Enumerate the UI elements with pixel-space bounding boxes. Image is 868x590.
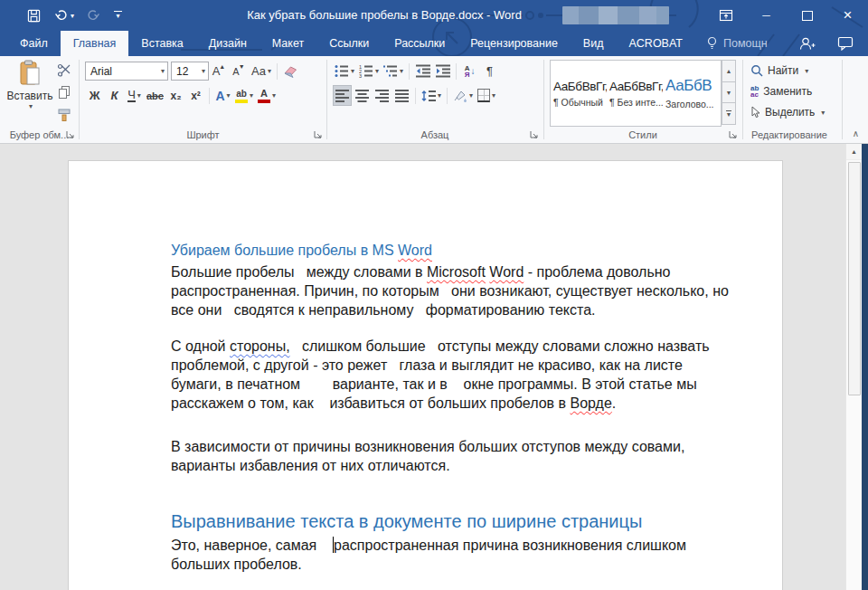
format-painter-button[interactable]	[54, 105, 73, 125]
maximize-button[interactable]	[787, 0, 827, 31]
tell-me-helper[interactable]: Помощн	[695, 31, 778, 56]
borders-button[interactable]: ▾	[476, 85, 497, 106]
shrink-font-button[interactable]: А▼	[230, 61, 249, 81]
italic-button[interactable]: К	[105, 85, 124, 106]
styles-scroll-down-icon[interactable]: ▼	[722, 82, 736, 104]
ribbon-tab-5[interactable]: Ссылки	[316, 31, 382, 56]
share-person-icon[interactable]	[798, 36, 816, 52]
svg-text:3: 3	[359, 73, 362, 79]
clipboard-dialog-launcher-icon[interactable]	[65, 129, 76, 140]
font-color-button[interactable]: А▾	[256, 85, 278, 106]
sort-button[interactable]: АЯ ↓	[460, 61, 479, 81]
helper-label: Помощн	[723, 37, 768, 50]
strikethrough-button[interactable]: abc	[145, 85, 165, 106]
font-family-dropdown-icon: ▾	[161, 67, 165, 75]
close-button[interactable]: ×	[827, 0, 868, 31]
increase-indent-button[interactable]	[433, 61, 452, 81]
search-icon	[750, 64, 763, 77]
tabrow-right-icons	[798, 31, 868, 56]
doc-line: расскажем о том, как избавиться от больш…	[171, 394, 750, 413]
font-size-combo[interactable]: 12 ▾	[171, 62, 209, 81]
superscript-button[interactable]: x²	[186, 85, 205, 106]
ribbon-tab-0[interactable]: Файл	[7, 31, 61, 56]
text-run: варианты избавления от них отличаются.	[171, 458, 450, 473]
align-left-button[interactable]	[333, 85, 352, 106]
scrollbar-up-icon[interactable]: ▲	[846, 144, 862, 160]
ribbon-tab-4[interactable]: Макет	[259, 31, 316, 56]
comment-bubble-icon[interactable]	[837, 36, 854, 51]
vertical-scrollbar[interactable]: ▲	[845, 144, 862, 590]
paragraph-group-label: Абзац	[327, 129, 542, 140]
font-family-combo[interactable]: Arial ▾	[85, 62, 168, 81]
numbered-list-button[interactable]: 123 ▾	[357, 61, 381, 81]
line-spacing-button[interactable]: ▾	[420, 85, 443, 106]
bold-button[interactable]: Ж	[85, 85, 104, 106]
shading-button[interactable]: ▾	[451, 85, 475, 106]
font-group-label: Шрифт	[80, 129, 326, 140]
grow-font-button[interactable]: А▲	[210, 61, 229, 81]
document-text: Убираем большие пробелы в MS WordБольшие…	[69, 161, 782, 574]
styles-gallery: АаБбВвГг,¶ ОбычныйАаБбВвГг,¶ Без инте...…	[550, 60, 722, 127]
justify-button[interactable]	[392, 85, 411, 106]
text-run: .	[612, 395, 616, 411]
minimize-button[interactable]: ─	[746, 0, 787, 31]
cursor-arrow-icon	[750, 106, 760, 119]
style-name: Заголово...	[665, 99, 714, 109]
text-run: распространенная причина возникновения с…	[334, 538, 686, 553]
editing-group-label: Редактирование	[738, 129, 841, 140]
style-item-2[interactable]: АаБбВЗаголово...	[663, 61, 719, 126]
styles-scroll-up-icon[interactable]: ▲	[722, 60, 736, 82]
style-item-1[interactable]: АаБбВвГг,¶ Без инте...	[607, 61, 663, 126]
clipboard-small-buttons	[54, 60, 73, 125]
ribbon-tab-6[interactable]: Рассылки	[382, 31, 458, 56]
style-item-0[interactable]: АаБбВвГг,¶ Обычный	[551, 61, 607, 126]
multilevel-list-button[interactable]: ▾	[382, 61, 405, 81]
change-case-button[interactable]: Аа▾	[250, 61, 273, 81]
text-run: стороны,	[230, 338, 290, 354]
scrollbar-thumb[interactable]	[848, 162, 861, 395]
highlight-color-button[interactable]: ab▾	[233, 85, 255, 106]
undo-button[interactable]: ▾	[53, 9, 74, 23]
paragraph-dialog-launcher-icon[interactable]	[529, 129, 540, 140]
ribbon-tab-1[interactable]: Главная	[61, 31, 129, 56]
paste-dropdown-icon: ▾	[29, 102, 33, 110]
doc-line: все они сводятся к неправильному формати…	[171, 300, 750, 319]
text-effects-button[interactable]: А▾	[213, 85, 232, 106]
replace-button[interactable]: ab ac Заменить	[750, 82, 812, 100]
style-name: ¶ Обычный	[553, 97, 603, 108]
paste-button[interactable]: Вставить ▾	[6, 60, 53, 127]
copy-button[interactable]	[54, 82, 73, 102]
styles-more-icon[interactable]: ▼	[722, 103, 736, 125]
customize-quick-access-icon[interactable]: ▾	[114, 11, 122, 20]
save-icon[interactable]	[27, 9, 41, 23]
ribbon-tab-8[interactable]: Вид	[571, 31, 617, 56]
font-size-dropdown-icon: ▾	[202, 67, 205, 75]
underline-button[interactable]: Ч▾	[125, 85, 144, 106]
ribbon-tab-9[interactable]: ACROBAT	[616, 31, 695, 56]
font-dialog-launcher-icon[interactable]	[313, 129, 324, 140]
document-page[interactable]: Убираем большие пробелы в MS WordБольшие…	[68, 160, 783, 590]
ribbon-tab-3[interactable]: Дизайн	[196, 31, 259, 56]
group-clipboard: Вставить ▾ Буфер обм...	[0, 56, 79, 143]
find-button[interactable]: Найти ▾	[750, 62, 808, 80]
subscript-button[interactable]: x₂	[166, 85, 185, 106]
align-center-button[interactable]	[353, 85, 372, 106]
show-formatting-marks-button[interactable]: ¶	[480, 61, 499, 81]
text-run: - проблема довольно	[524, 264, 670, 280]
ribbon-tab-7[interactable]: Рецензирование	[458, 31, 571, 56]
doc-line: бумаги, в печатном варианте, так и в окн…	[171, 375, 750, 394]
ribbon-tab-2[interactable]: Вставка	[128, 31, 195, 56]
paste-label: Вставить	[7, 90, 53, 102]
bullet-list-button[interactable]: ▾	[333, 61, 356, 81]
select-button[interactable]: Выделить ▾	[750, 103, 825, 121]
decrease-indent-button[interactable]	[413, 61, 432, 81]
ribbon-display-options-button[interactable]	[705, 0, 746, 31]
text-run: больших пробелов.	[171, 557, 302, 572]
word-window: ▾ ▾ Как убрать большие пробелы в Ворде.d…	[0, 0, 868, 590]
collapse-ribbon-icon[interactable]: ∧	[853, 128, 859, 138]
undo-dropdown-icon[interactable]: ▾	[71, 12, 74, 20]
align-right-button[interactable]	[373, 85, 392, 106]
cut-button[interactable]	[54, 60, 73, 80]
clear-formatting-button[interactable]	[281, 61, 300, 81]
group-styles: АаБбВвГг,¶ ОбычныйАаБбВвГг,¶ Без инте...…	[544, 56, 741, 143]
